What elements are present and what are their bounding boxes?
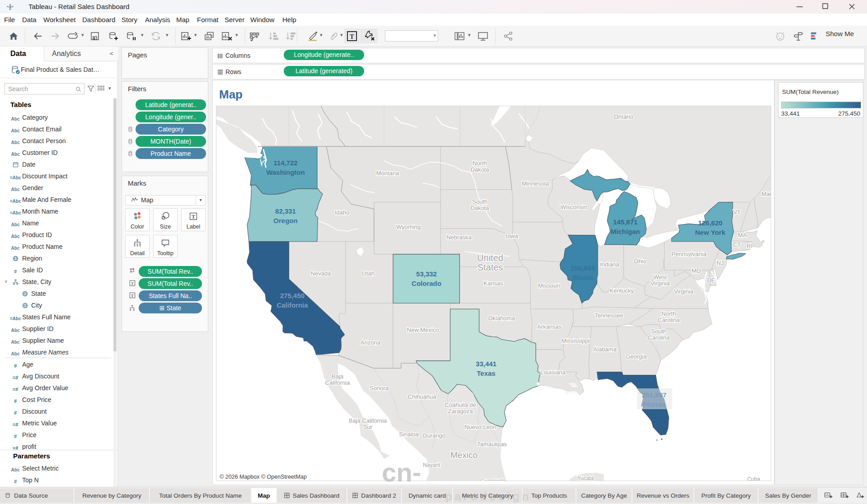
svg-text:New York: New York (695, 229, 726, 236)
svg-text:Iowa: Iowa (506, 233, 518, 239)
svg-text:RI: RI (747, 243, 753, 249)
svg-text:82,331: 82,331 (275, 207, 296, 215)
svg-text:California: California (277, 301, 308, 309)
svg-text:Michigan: Michigan (610, 228, 640, 235)
svg-text:Durango: Durango (423, 432, 445, 439)
svg-text:Minnesota: Minnesota (522, 180, 549, 187)
svg-text:Pennsylvania: Pennsylvania (671, 251, 707, 257)
svg-text:North: North (661, 310, 676, 317)
svg-text:Texas: Texas (477, 369, 495, 377)
svg-text:Chihuahua: Chihuahua (408, 393, 437, 400)
svg-text:Nayarit: Nayarit (423, 462, 441, 468)
svg-text:Yucatá: Yucatá (577, 475, 594, 481)
svg-text:MD: MD (692, 267, 701, 274)
svg-text:South: South (472, 198, 487, 205)
svg-text:126,620: 126,620 (698, 219, 722, 227)
svg-text:Mexico: Mexico (450, 450, 478, 460)
svg-text:Utah: Utah (362, 270, 374, 277)
svg-text:Nuevo León: Nuevo León (464, 424, 496, 430)
svg-text:Oregon: Oregon (273, 217, 297, 224)
svg-text:251,997: 251,997 (642, 391, 666, 399)
svg-text:Indiana: Indiana (600, 261, 619, 268)
svg-text:South: South (651, 328, 666, 335)
svg-text:Colorado: Colorado (412, 280, 441, 287)
svg-text:© 2026 Mapbox © OpenStreetMap: © 2026 Mapbox © OpenStreetMap (220, 474, 307, 480)
svg-text:Washington: Washington (266, 168, 305, 176)
svg-text:Nebraska: Nebraska (446, 234, 472, 241)
svg-text:Arizona: Arizona (361, 339, 381, 346)
svg-text:Virginia: Virginia (650, 280, 670, 287)
svg-text:Ontario: Ontario (614, 113, 633, 120)
svg-text:Louisiana: Louisiana (540, 369, 566, 376)
svg-text:Ohio: Ohio (634, 258, 646, 265)
svg-text:Carolina: Carolina (648, 334, 670, 341)
svg-text:New Mexico: New Mexico (407, 327, 439, 333)
svg-text:Florida: Florida (643, 401, 666, 408)
svg-text:145,871: 145,871 (613, 218, 637, 226)
svg-text:VT: VT (733, 209, 741, 215)
svg-text:United: United (477, 253, 503, 263)
svg-text:Kansas: Kansas (483, 280, 503, 287)
svg-text:Georgia: Georgia (626, 353, 647, 360)
svg-text:Montana: Montana (376, 170, 399, 177)
svg-text:California: California (325, 379, 351, 386)
svg-text:Dakota: Dakota (470, 166, 489, 173)
svg-text:Sur: Sur (363, 424, 373, 430)
svg-text:Baja: Baja (332, 373, 344, 380)
svg-text:Wyoming: Wyoming (396, 224, 421, 230)
svg-text:Mai: Mai (762, 191, 771, 197)
svg-text:Illinois: Illinois (572, 274, 594, 281)
svg-text:Missouri: Missouri (538, 282, 560, 289)
svg-text:Zaragoza: Zaragoza (448, 408, 473, 415)
svg-text:Arkansas: Arkansas (537, 323, 562, 330)
svg-text:T: T (131, 294, 134, 298)
svg-text:Coahuila de: Coahuila de (445, 401, 476, 408)
svg-text:Dakota: Dakota (470, 205, 489, 211)
svg-text:33,441: 33,441 (476, 360, 497, 368)
svg-text:Idaho: Idaho (335, 209, 350, 216)
svg-text:North: North (473, 160, 487, 167)
svg-text:Virginia: Virginia (674, 288, 694, 295)
svg-text:Wisconsin: Wisconsin (560, 204, 587, 210)
svg-text:T: T (350, 33, 354, 40)
svg-text:DE: DE (707, 277, 715, 284)
svg-text:53,332: 53,332 (416, 270, 437, 278)
svg-text:114,722: 114,722 (273, 159, 297, 167)
svg-text:Sonora: Sonora (370, 385, 389, 392)
svg-text:Alabama: Alabama (593, 346, 617, 353)
svg-text:Tennessee: Tennessee (595, 312, 623, 319)
svg-text:Sinaloa: Sinaloa (399, 431, 419, 438)
svg-text:150,804: 150,804 (571, 264, 595, 272)
svg-text:Nevada: Nevada (311, 270, 332, 277)
svg-text:States: States (478, 262, 503, 272)
svg-text:CT: CT (733, 241, 740, 248)
svg-text:Carolina: Carolina (658, 317, 680, 323)
svg-text:NJ: NJ (717, 260, 724, 266)
svg-text:Tamaulipas: Tamaulipas (477, 441, 507, 448)
svg-text:Mississippi: Mississippi (562, 337, 590, 344)
svg-text:Guanajuato: Guanajuato (481, 478, 506, 481)
svg-text:Cuba: Cuba (747, 476, 760, 481)
svg-text:T: T (192, 214, 195, 220)
svg-text:Oklahoma: Oklahoma (488, 315, 515, 322)
svg-text:MA: MA (738, 232, 747, 238)
svg-text:West: West (653, 274, 667, 280)
svg-text:Baja California: Baja California (349, 417, 387, 424)
svg-text:Kentucky: Kentucky (609, 287, 634, 294)
svg-text:275,450: 275,450 (280, 292, 305, 299)
svg-text:T: T (131, 281, 134, 286)
